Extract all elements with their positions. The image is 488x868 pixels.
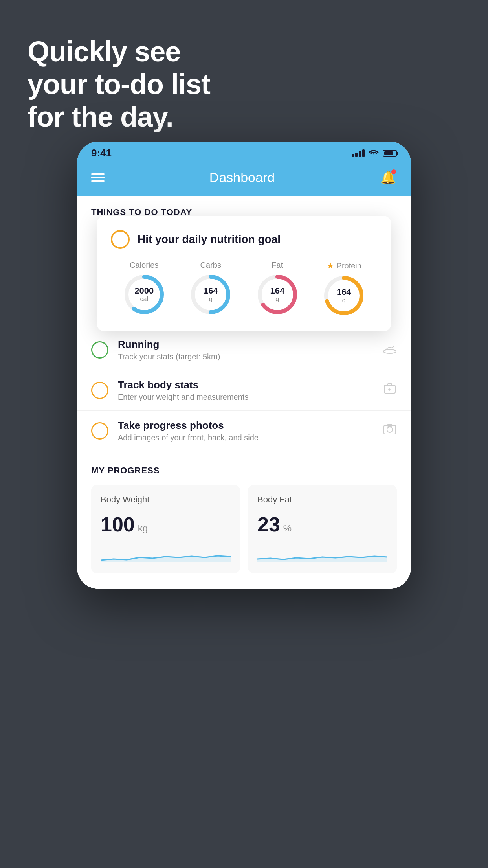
nutrition-card[interactable]: Hit your daily nutrition goal Calories 2… bbox=[97, 216, 391, 331]
nutrition-protein: ★ Protein 164 g bbox=[322, 261, 365, 317]
carbs-unit: g bbox=[204, 296, 218, 303]
fat-label: Fat bbox=[272, 261, 283, 270]
calories-label: Calories bbox=[130, 261, 158, 270]
protein-ring: 164 g bbox=[322, 274, 365, 317]
svg-point-14 bbox=[387, 427, 393, 432]
headline: Quickly see your to-do list for the day. bbox=[28, 35, 210, 133]
body-weight-value: 100 bbox=[101, 513, 135, 536]
status-icons bbox=[352, 148, 397, 158]
running-subtitle: Track your stats (target: 5km) bbox=[118, 352, 373, 361]
body-fat-title: Body Fat bbox=[257, 495, 387, 505]
nutrition-fat: Fat 164 g bbox=[256, 261, 299, 317]
running-check-circle bbox=[91, 341, 108, 359]
body-fat-chart bbox=[257, 542, 387, 562]
headline-line2: your to-do list bbox=[28, 68, 210, 101]
star-icon: ★ bbox=[327, 261, 334, 271]
protein-unit: g bbox=[337, 297, 351, 304]
photos-check-circle bbox=[91, 422, 108, 440]
carbs-value: 164 bbox=[204, 286, 218, 296]
progress-header: MY PROGRESS bbox=[91, 465, 397, 476]
calories-value: 2000 bbox=[134, 286, 154, 296]
body-weight-chart bbox=[101, 542, 231, 562]
phone-mockup: 9:41 Da bbox=[77, 142, 411, 589]
headline-line3: for the day. bbox=[28, 101, 210, 133]
card-check-circle bbox=[111, 230, 130, 249]
body-fat-value-row: 23 % bbox=[257, 513, 387, 536]
body-weight-value-row: 100 kg bbox=[101, 513, 231, 536]
fat-ring: 164 g bbox=[256, 273, 299, 316]
card-header: Hit your daily nutrition goal bbox=[111, 230, 377, 249]
nutrition-carbs: Carbs 164 g bbox=[189, 261, 232, 317]
headline-line1: Quickly see bbox=[28, 35, 210, 68]
body-weight-title: Body Weight bbox=[101, 495, 231, 505]
nutrition-calories: Calories 2000 cal bbox=[123, 261, 166, 317]
running-icon bbox=[383, 343, 397, 357]
todo-item-body-stats[interactable]: Track body stats Enter your weight and m… bbox=[77, 370, 411, 411]
scale-icon bbox=[383, 382, 397, 399]
fat-value: 164 bbox=[270, 286, 284, 296]
carbs-ring: 164 g bbox=[189, 273, 232, 316]
photos-subtitle: Add images of your front, back, and side bbox=[118, 433, 373, 442]
battery-icon bbox=[383, 150, 397, 157]
svg-point-8 bbox=[383, 349, 396, 353]
photo-icon bbox=[383, 423, 397, 440]
running-text: Running Track your stats (target: 5km) bbox=[118, 338, 373, 361]
todo-item-photos[interactable]: Take progress photos Add images of your … bbox=[77, 411, 411, 451]
carbs-label: Carbs bbox=[200, 261, 221, 270]
body-stats-subtitle: Enter your weight and measurements bbox=[118, 393, 373, 402]
notification-dot bbox=[391, 169, 396, 174]
body-stats-text: Track body stats Enter your weight and m… bbox=[118, 379, 373, 402]
todo-item-running[interactable]: Running Track your stats (target: 5km) bbox=[77, 330, 411, 370]
protein-label: ★ Protein bbox=[327, 261, 361, 271]
progress-cards: Body Weight 100 kg Body Fat 23 % bbox=[91, 485, 397, 573]
running-title: Running bbox=[118, 338, 373, 351]
body-fat-card[interactable]: Body Fat 23 % bbox=[248, 485, 397, 573]
body-weight-card[interactable]: Body Weight 100 kg bbox=[91, 485, 240, 573]
status-bar: 9:41 bbox=[77, 142, 411, 162]
fat-unit: g bbox=[270, 296, 284, 303]
photos-text: Take progress photos Add images of your … bbox=[118, 419, 373, 442]
nav-title: Dashboard bbox=[209, 170, 275, 185]
body-stats-title: Track body stats bbox=[118, 379, 373, 391]
status-time: 9:41 bbox=[91, 147, 112, 159]
card-title: Hit your daily nutrition goal bbox=[138, 233, 281, 246]
signal-bars-icon bbox=[352, 149, 365, 157]
hamburger-menu[interactable] bbox=[91, 173, 105, 182]
progress-section: MY PROGRESS Body Weight 100 kg B bbox=[77, 451, 411, 573]
calories-ring: 2000 cal bbox=[123, 273, 166, 316]
body-weight-unit: kg bbox=[138, 523, 148, 534]
notification-button[interactable]: 🔔 bbox=[380, 169, 397, 186]
nutrition-circles: Calories 2000 cal Carbs bbox=[111, 261, 377, 317]
body-fat-value: 23 bbox=[257, 513, 280, 536]
body-stats-check-circle bbox=[91, 382, 108, 399]
top-nav: Dashboard 🔔 bbox=[77, 162, 411, 196]
body-fat-unit: % bbox=[283, 523, 292, 534]
dashboard-content: THINGS TO DO TODAY Hit your daily nutrit… bbox=[77, 196, 411, 589]
protein-value: 164 bbox=[337, 287, 351, 297]
wifi-icon bbox=[369, 148, 379, 158]
photos-title: Take progress photos bbox=[118, 419, 373, 432]
calories-unit: cal bbox=[134, 296, 154, 303]
